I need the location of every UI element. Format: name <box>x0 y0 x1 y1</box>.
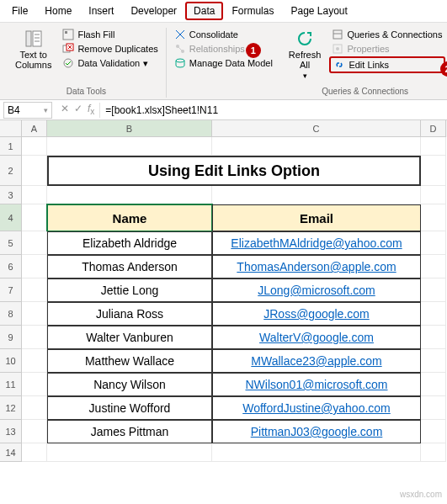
edit-links-button[interactable]: Edit Links <box>329 56 444 73</box>
cell[interactable] <box>421 255 446 279</box>
data-validation-button[interactable]: Data Validation ▾ <box>60 56 160 70</box>
text-to-columns-button[interactable]: Text to Columns <box>12 28 55 72</box>
row-head[interactable]: 9 <box>0 326 22 349</box>
menu-data[interactable]: Data <box>185 2 223 20</box>
cell[interactable] <box>22 231 47 255</box>
fx-icon[interactable]: fx <box>88 103 94 116</box>
table-cell-name[interactable]: James Pittman <box>47 420 212 443</box>
email-link[interactable]: WalterV@google.com <box>259 331 374 344</box>
table-cell-name[interactable]: Walter Vanburen <box>47 326 212 349</box>
menu-page-layout[interactable]: Page Layout <box>282 2 355 20</box>
row-head[interactable]: 1 <box>0 137 22 156</box>
cell[interactable] <box>421 420 446 443</box>
cell[interactable] <box>22 373 47 396</box>
cell[interactable] <box>22 326 47 349</box>
cell[interactable] <box>212 186 421 204</box>
cell[interactable] <box>212 443 421 462</box>
col-head-b[interactable]: B <box>47 120 212 137</box>
queries-connections-button[interactable]: Queries & Connections <box>329 28 444 41</box>
menu-home[interactable]: Home <box>36 2 80 20</box>
name-box[interactable]: B4 ▾ <box>3 102 52 119</box>
table-cell-email[interactable]: PittmanJ03@google.com <box>212 420 421 443</box>
cell[interactable] <box>47 186 212 204</box>
cell[interactable] <box>421 279 446 302</box>
table-cell-email[interactable]: WoffordJustine@yahoo.com <box>212 396 421 420</box>
cell[interactable] <box>421 231 446 255</box>
col-head-a[interactable]: A <box>22 120 47 137</box>
table-cell-email[interactable]: ElizabethMAldridge@yahoo.com <box>212 231 421 255</box>
cell[interactable] <box>421 396 446 420</box>
cell[interactable] <box>421 326 446 349</box>
row-head[interactable]: 13 <box>0 420 22 443</box>
row-head[interactable]: 3 <box>0 186 22 204</box>
enter-icon[interactable]: ✓ <box>74 103 82 116</box>
email-link[interactable]: JRoss@google.com <box>263 307 370 321</box>
col-head-d[interactable]: D <box>421 120 446 137</box>
consolidate-button[interactable]: Consolidate <box>172 28 275 41</box>
cell[interactable] <box>421 443 446 462</box>
cell[interactable] <box>22 186 47 204</box>
email-link[interactable]: PittmanJ03@google.com <box>251 425 383 438</box>
header-email[interactable]: Email <box>212 204 421 231</box>
col-head-c[interactable]: C <box>212 120 421 137</box>
email-link[interactable]: ThomasAnderson@apple.com <box>237 260 396 273</box>
menu-formulas[interactable]: Formulas <box>223 2 282 20</box>
row-head[interactable]: 12 <box>0 396 22 420</box>
email-link[interactable]: MWallace23@apple.com <box>251 354 381 368</box>
menu-file[interactable]: File <box>3 2 36 20</box>
cell[interactable] <box>421 373 446 396</box>
email-link[interactable]: JLong@microsoft.com <box>258 284 375 297</box>
row-head[interactable]: 8 <box>0 302 22 326</box>
cell[interactable] <box>22 396 47 420</box>
row-head[interactable]: 4 <box>0 204 22 231</box>
formula-bar[interactable]: =[book1.xlsx]Sheet1!N11 <box>99 103 447 118</box>
properties-button[interactable]: Properties <box>329 42 444 56</box>
refresh-all-button[interactable]: Refresh All ▾ <box>285 28 325 82</box>
table-cell-name[interactable]: Matthew Wallace <box>47 349 212 373</box>
email-link[interactable]: ElizabethMAldridge@yahoo.com <box>231 236 402 250</box>
cell[interactable] <box>47 137 212 156</box>
cell[interactable] <box>212 137 421 156</box>
cell[interactable] <box>421 137 446 156</box>
manage-data-model-button[interactable]: Manage Data Model <box>172 56 275 70</box>
table-cell-name[interactable]: Nancy Wilson <box>47 373 212 396</box>
flash-fill-button[interactable]: Flash Fill <box>60 28 160 41</box>
table-cell-name[interactable]: Justine Wofford <box>47 396 212 420</box>
cancel-icon[interactable]: ✕ <box>61 103 69 116</box>
table-cell-name[interactable]: Juliana Ross <box>47 302 212 326</box>
row-head[interactable]: 5 <box>0 231 22 255</box>
cell[interactable] <box>22 137 47 156</box>
cell[interactable] <box>421 349 446 373</box>
email-link[interactable]: WoffordJustine@yahoo.com <box>242 401 391 415</box>
sheet-title[interactable]: Using Edit Links Option <box>47 156 421 186</box>
cell[interactable] <box>421 302 446 326</box>
table-cell-email[interactable]: NWilson01@microsoft.com <box>212 373 421 396</box>
menu-developer[interactable]: Developer <box>122 2 185 20</box>
table-cell-email[interactable]: JRoss@google.com <box>212 302 421 326</box>
cell[interactable] <box>47 443 212 462</box>
table-cell-email[interactable]: MWallace23@apple.com <box>212 349 421 373</box>
cell[interactable] <box>22 443 47 462</box>
cell[interactable] <box>22 255 47 279</box>
table-cell-name[interactable]: Thomas Anderson <box>47 255 212 279</box>
cell[interactable] <box>421 204 446 231</box>
menu-insert[interactable]: Insert <box>80 2 122 20</box>
table-cell-name[interactable]: Elizabeth Aldridge <box>47 231 212 255</box>
cell[interactable] <box>22 302 47 326</box>
table-cell-email[interactable]: WalterV@google.com <box>212 326 421 349</box>
table-cell-email[interactable]: ThomasAnderson@apple.com <box>212 255 421 279</box>
table-cell-name[interactable]: Jettie Long <box>47 279 212 302</box>
header-name[interactable]: Name <box>47 204 212 231</box>
cell[interactable] <box>22 204 47 231</box>
remove-duplicates-button[interactable]: Remove Duplicates <box>60 42 160 56</box>
row-head[interactable]: 2 <box>0 156 22 186</box>
cell[interactable] <box>22 420 47 443</box>
row-head[interactable]: 6 <box>0 255 22 279</box>
row-head[interactable]: 7 <box>0 279 22 302</box>
cell[interactable] <box>22 349 47 373</box>
email-link[interactable]: NWilson01@microsoft.com <box>245 378 387 391</box>
cell[interactable] <box>22 156 47 186</box>
select-all-corner[interactable] <box>0 120 22 137</box>
row-head[interactable]: 10 <box>0 349 22 373</box>
row-head[interactable]: 11 <box>0 373 22 396</box>
